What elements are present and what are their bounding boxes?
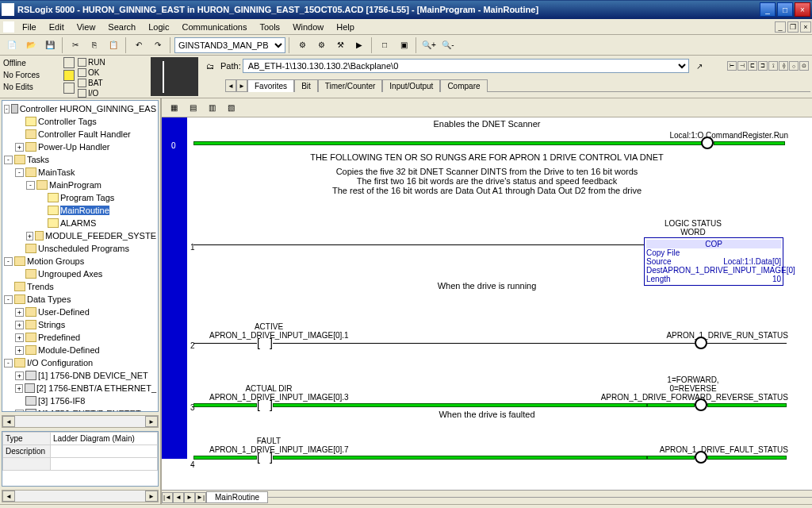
tree-node[interactable]: -Data Types [4, 293, 156, 306]
expand-icon[interactable]: - [4, 156, 13, 164]
tree-node[interactable]: +Predefined [4, 331, 156, 344]
path-browse-button[interactable]: ↗ [691, 57, 708, 75]
expand-icon[interactable]: + [26, 232, 33, 241]
mdi-minimize-button[interactable]: _ [775, 21, 786, 33]
copy-button[interactable]: ⎘ [86, 37, 103, 54]
rtab-first-button[interactable]: |◄ [162, 492, 173, 503]
new-button[interactable]: 📄 [3, 37, 21, 54]
rtab-next-button[interactable]: ► [184, 492, 195, 503]
tree-node[interactable]: +[2] 1756-ENBT/A ETHERNET_ [4, 382, 156, 394]
menu-window[interactable]: Window [286, 21, 330, 33]
tree-node[interactable]: +Strings [4, 318, 156, 331]
zoom-out-button[interactable]: 🔍- [439, 37, 457, 54]
rung2-coil[interactable] [695, 337, 707, 349]
toggle-button[interactable]: □ [376, 37, 393, 54]
build-button[interactable]: ⚒ [331, 37, 349, 54]
rung0-coil[interactable] [701, 137, 714, 149]
check-RUN[interactable] [78, 58, 86, 67]
rung1-cop-box[interactable]: COP Copy File SourceLocal:1:I.Data[0] De… [644, 237, 783, 286]
menu-logic[interactable]: Logic [142, 21, 175, 33]
path-input[interactable]: AB_ETH-1\130.130.130.2\Backplane\0 [243, 59, 689, 73]
expand-icon[interactable]: - [4, 105, 10, 114]
path-icon[interactable]: 🗂 [201, 57, 219, 75]
tree-node[interactable]: -MainProgram [4, 179, 156, 191]
branch-icon[interactable]: ⊣ [737, 61, 747, 71]
rtab-mainroutine[interactable]: MainRoutine [206, 491, 268, 503]
rtab-prev-button[interactable]: ◄ [173, 492, 184, 503]
tag-dropdown[interactable]: GINSTAND3_MAN_PB [174, 37, 285, 53]
tree-node[interactable]: +Power-Up Handler [4, 140, 156, 153]
expand-icon[interactable]: - [4, 295, 13, 304]
tree-node[interactable]: Unscheduled Programs [4, 242, 156, 255]
expand-icon[interactable]: + [15, 371, 24, 380]
otu-icon[interactable]: ⊙ [799, 61, 809, 71]
go-online-button[interactable]: ▶ [350, 37, 368, 54]
check-BAT[interactable] [78, 79, 86, 87]
menu-search[interactable]: Search [102, 21, 142, 33]
watch-button[interactable]: ▣ [395, 37, 412, 54]
tree-node[interactable]: Controller Tags [4, 115, 156, 128]
edit-button[interactable]: ▦ [165, 99, 182, 117]
verify-button[interactable]: ⚙ [293, 37, 311, 54]
tree-node[interactable]: -I/O Configuration [4, 356, 156, 369]
save-button[interactable]: 💾 [41, 37, 59, 54]
controller-tree[interactable]: -Controller HURON_GINNING_EASController … [2, 100, 159, 412]
rung3-coil[interactable] [695, 398, 707, 411]
tree-node[interactable]: Controller Fault Handler [4, 128, 156, 140]
verify-all-button[interactable]: ⚙ [312, 37, 330, 54]
rtab-last-button[interactable]: ►| [195, 492, 206, 503]
menu-tools[interactable]: Tools [253, 21, 286, 33]
tab-timer[interactable]: Timer/Counter [318, 79, 383, 92]
menu-file[interactable]: File [16, 21, 43, 33]
expand-icon[interactable]: - [4, 359, 13, 368]
ote-icon[interactable]: ⟠ [779, 61, 788, 71]
cancel-button[interactable]: ▥ [203, 99, 220, 117]
check-I/O[interactable] [78, 89, 86, 98]
expand-icon[interactable]: + [15, 308, 24, 317]
tree-scrollbar[interactable]: ◄► [2, 415, 159, 428]
tree-node[interactable]: Program Tags [4, 191, 156, 204]
tab-compare[interactable]: Compare [440, 79, 487, 92]
tree-node[interactable]: +[1] 1756-DNB DEVICE_NET [4, 369, 156, 382]
tab-io[interactable]: Input/Output [382, 79, 440, 92]
tab-next-button[interactable]: ► [236, 79, 247, 92]
expand-icon[interactable]: - [26, 181, 35, 190]
xio-icon[interactable]: ⟟ [768, 61, 778, 71]
main-hscroll[interactable]: ◄► [2, 490, 159, 502]
rung-icon[interactable]: ⊢ [727, 61, 737, 71]
tree-node[interactable]: -Controller HURON_GINNING_EAS [4, 102, 156, 115]
tree-node[interactable]: -MainTask [4, 166, 156, 179]
tree-node[interactable]: ALARMS [4, 217, 156, 229]
expand-icon[interactable]: + [15, 384, 23, 393]
mdi-restore-button[interactable]: ❐ [787, 21, 799, 33]
tree-node[interactable]: +Module-Defined [4, 344, 156, 356]
redo-button[interactable]: ↷ [149, 37, 167, 54]
tree-node[interactable]: Trends [4, 280, 156, 293]
tree-node[interactable]: -Tasks [4, 153, 156, 166]
tab-bit[interactable]: Bit [294, 79, 318, 92]
tree-node[interactable]: [3] 1756-IF8 [4, 394, 156, 407]
cut-button[interactable]: ✂ [67, 37, 84, 54]
menu-help[interactable]: Help [330, 21, 361, 33]
menu-edit[interactable]: Edit [43, 21, 71, 33]
xic-icon[interactable]: ⊐ [758, 61, 768, 71]
tree-node[interactable]: +[4] 1756-ENET/B ENETET [4, 407, 156, 412]
accept-button[interactable]: ▤ [184, 99, 201, 117]
expand-icon[interactable]: + [15, 333, 24, 342]
tab-prev-button[interactable]: ◄ [225, 79, 236, 92]
rung3-contact[interactable] [257, 398, 273, 410]
expand-icon[interactable]: + [15, 346, 24, 355]
expand-icon[interactable]: + [15, 410, 24, 413]
tree-node[interactable]: -Motion Groups [4, 255, 156, 267]
ladder-editor[interactable]: 0 Enables the DNET Scanner Local:1:O.Com… [162, 117, 812, 490]
undo-button[interactable]: ↶ [130, 37, 147, 54]
tree-node[interactable]: +MODULE_FEEDER_SYSTE [4, 229, 156, 242]
mdi-close-button[interactable]: × [800, 21, 811, 33]
check-OK[interactable] [78, 68, 86, 77]
level-icon[interactable]: ⊏ [748, 61, 757, 71]
test-button[interactable]: ▧ [222, 99, 239, 117]
tree-node[interactable]: MainRoutine [4, 204, 156, 217]
expand-icon[interactable]: + [15, 143, 24, 152]
close-button[interactable]: × [795, 2, 810, 17]
tree-node[interactable]: Ungrouped Axes [4, 267, 156, 280]
